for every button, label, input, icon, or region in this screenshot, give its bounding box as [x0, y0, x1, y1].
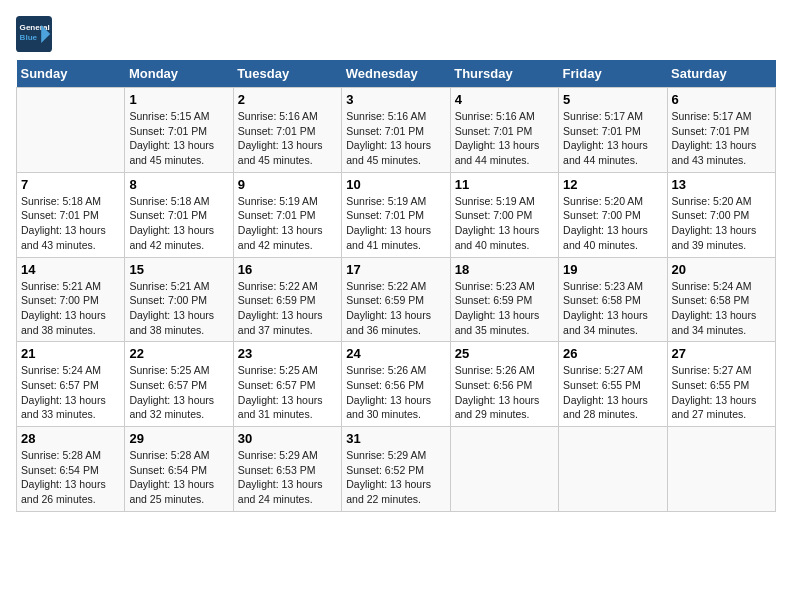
day-info: Sunrise: 5:29 AM Sunset: 6:53 PM Dayligh… — [238, 448, 337, 507]
day-number: 20 — [672, 262, 771, 277]
day-info: Sunrise: 5:20 AM Sunset: 7:00 PM Dayligh… — [672, 194, 771, 253]
day-cell: 3Sunrise: 5:16 AM Sunset: 7:01 PM Daylig… — [342, 88, 450, 173]
day-cell: 14Sunrise: 5:21 AM Sunset: 7:00 PM Dayli… — [17, 257, 125, 342]
day-info: Sunrise: 5:26 AM Sunset: 6:56 PM Dayligh… — [455, 363, 554, 422]
day-info: Sunrise: 5:15 AM Sunset: 7:01 PM Dayligh… — [129, 109, 228, 168]
day-info: Sunrise: 5:28 AM Sunset: 6:54 PM Dayligh… — [129, 448, 228, 507]
header-col-monday: Monday — [125, 60, 233, 88]
day-number: 5 — [563, 92, 662, 107]
day-cell: 9Sunrise: 5:19 AM Sunset: 7:01 PM Daylig… — [233, 172, 341, 257]
day-number: 23 — [238, 346, 337, 361]
day-cell: 6Sunrise: 5:17 AM Sunset: 7:01 PM Daylig… — [667, 88, 775, 173]
day-info: Sunrise: 5:23 AM Sunset: 6:58 PM Dayligh… — [563, 279, 662, 338]
day-cell: 12Sunrise: 5:20 AM Sunset: 7:00 PM Dayli… — [559, 172, 667, 257]
day-number: 8 — [129, 177, 228, 192]
day-number: 3 — [346, 92, 445, 107]
day-number: 22 — [129, 346, 228, 361]
week-row-3: 14Sunrise: 5:21 AM Sunset: 7:00 PM Dayli… — [17, 257, 776, 342]
header-col-friday: Friday — [559, 60, 667, 88]
day-cell: 7Sunrise: 5:18 AM Sunset: 7:01 PM Daylig… — [17, 172, 125, 257]
day-info: Sunrise: 5:17 AM Sunset: 7:01 PM Dayligh… — [563, 109, 662, 168]
logo-icon: General Blue — [16, 16, 52, 52]
day-number: 6 — [672, 92, 771, 107]
day-cell: 23Sunrise: 5:25 AM Sunset: 6:57 PM Dayli… — [233, 342, 341, 427]
day-number: 19 — [563, 262, 662, 277]
day-cell: 25Sunrise: 5:26 AM Sunset: 6:56 PM Dayli… — [450, 342, 558, 427]
day-number: 24 — [346, 346, 445, 361]
logo: General Blue — [16, 16, 56, 52]
header-col-wednesday: Wednesday — [342, 60, 450, 88]
day-cell: 29Sunrise: 5:28 AM Sunset: 6:54 PM Dayli… — [125, 427, 233, 512]
day-cell: 4Sunrise: 5:16 AM Sunset: 7:01 PM Daylig… — [450, 88, 558, 173]
day-cell: 2Sunrise: 5:16 AM Sunset: 7:01 PM Daylig… — [233, 88, 341, 173]
day-info: Sunrise: 5:23 AM Sunset: 6:59 PM Dayligh… — [455, 279, 554, 338]
day-number: 1 — [129, 92, 228, 107]
week-row-1: 1Sunrise: 5:15 AM Sunset: 7:01 PM Daylig… — [17, 88, 776, 173]
day-info: Sunrise: 5:16 AM Sunset: 7:01 PM Dayligh… — [346, 109, 445, 168]
day-info: Sunrise: 5:25 AM Sunset: 6:57 PM Dayligh… — [238, 363, 337, 422]
day-cell: 11Sunrise: 5:19 AM Sunset: 7:00 PM Dayli… — [450, 172, 558, 257]
day-info: Sunrise: 5:16 AM Sunset: 7:01 PM Dayligh… — [455, 109, 554, 168]
header-col-thursday: Thursday — [450, 60, 558, 88]
day-info: Sunrise: 5:17 AM Sunset: 7:01 PM Dayligh… — [672, 109, 771, 168]
day-cell: 26Sunrise: 5:27 AM Sunset: 6:55 PM Dayli… — [559, 342, 667, 427]
day-cell: 8Sunrise: 5:18 AM Sunset: 7:01 PM Daylig… — [125, 172, 233, 257]
day-number: 10 — [346, 177, 445, 192]
day-number: 25 — [455, 346, 554, 361]
day-number: 29 — [129, 431, 228, 446]
day-number: 4 — [455, 92, 554, 107]
day-number: 27 — [672, 346, 771, 361]
day-cell — [450, 427, 558, 512]
day-info: Sunrise: 5:24 AM Sunset: 6:57 PM Dayligh… — [21, 363, 120, 422]
day-info: Sunrise: 5:18 AM Sunset: 7:01 PM Dayligh… — [21, 194, 120, 253]
day-info: Sunrise: 5:22 AM Sunset: 6:59 PM Dayligh… — [346, 279, 445, 338]
day-cell: 19Sunrise: 5:23 AM Sunset: 6:58 PM Dayli… — [559, 257, 667, 342]
day-cell: 22Sunrise: 5:25 AM Sunset: 6:57 PM Dayli… — [125, 342, 233, 427]
day-cell: 21Sunrise: 5:24 AM Sunset: 6:57 PM Dayli… — [17, 342, 125, 427]
day-cell — [667, 427, 775, 512]
header-col-sunday: Sunday — [17, 60, 125, 88]
day-cell: 31Sunrise: 5:29 AM Sunset: 6:52 PM Dayli… — [342, 427, 450, 512]
day-cell: 5Sunrise: 5:17 AM Sunset: 7:01 PM Daylig… — [559, 88, 667, 173]
day-info: Sunrise: 5:26 AM Sunset: 6:56 PM Dayligh… — [346, 363, 445, 422]
day-info: Sunrise: 5:16 AM Sunset: 7:01 PM Dayligh… — [238, 109, 337, 168]
day-info: Sunrise: 5:20 AM Sunset: 7:00 PM Dayligh… — [563, 194, 662, 253]
day-number: 31 — [346, 431, 445, 446]
day-number: 28 — [21, 431, 120, 446]
day-cell: 30Sunrise: 5:29 AM Sunset: 6:53 PM Dayli… — [233, 427, 341, 512]
day-cell: 24Sunrise: 5:26 AM Sunset: 6:56 PM Dayli… — [342, 342, 450, 427]
day-cell: 1Sunrise: 5:15 AM Sunset: 7:01 PM Daylig… — [125, 88, 233, 173]
day-info: Sunrise: 5:19 AM Sunset: 7:01 PM Dayligh… — [238, 194, 337, 253]
day-info: Sunrise: 5:21 AM Sunset: 7:00 PM Dayligh… — [129, 279, 228, 338]
day-number: 11 — [455, 177, 554, 192]
day-info: Sunrise: 5:24 AM Sunset: 6:58 PM Dayligh… — [672, 279, 771, 338]
day-cell — [17, 88, 125, 173]
day-number: 17 — [346, 262, 445, 277]
day-cell — [559, 427, 667, 512]
calendar-table: SundayMondayTuesdayWednesdayThursdayFrid… — [16, 60, 776, 512]
week-row-5: 28Sunrise: 5:28 AM Sunset: 6:54 PM Dayli… — [17, 427, 776, 512]
day-number: 30 — [238, 431, 337, 446]
week-row-4: 21Sunrise: 5:24 AM Sunset: 6:57 PM Dayli… — [17, 342, 776, 427]
day-number: 15 — [129, 262, 228, 277]
header: General Blue — [16, 16, 776, 52]
day-info: Sunrise: 5:21 AM Sunset: 7:00 PM Dayligh… — [21, 279, 120, 338]
day-number: 12 — [563, 177, 662, 192]
day-info: Sunrise: 5:19 AM Sunset: 7:00 PM Dayligh… — [455, 194, 554, 253]
day-cell: 27Sunrise: 5:27 AM Sunset: 6:55 PM Dayli… — [667, 342, 775, 427]
day-info: Sunrise: 5:27 AM Sunset: 6:55 PM Dayligh… — [563, 363, 662, 422]
calendar-header-row: SundayMondayTuesdayWednesdayThursdayFrid… — [17, 60, 776, 88]
week-row-2: 7Sunrise: 5:18 AM Sunset: 7:01 PM Daylig… — [17, 172, 776, 257]
day-cell: 10Sunrise: 5:19 AM Sunset: 7:01 PM Dayli… — [342, 172, 450, 257]
day-number: 18 — [455, 262, 554, 277]
day-number: 26 — [563, 346, 662, 361]
day-info: Sunrise: 5:25 AM Sunset: 6:57 PM Dayligh… — [129, 363, 228, 422]
day-number: 21 — [21, 346, 120, 361]
day-info: Sunrise: 5:19 AM Sunset: 7:01 PM Dayligh… — [346, 194, 445, 253]
header-col-tuesday: Tuesday — [233, 60, 341, 88]
day-cell: 28Sunrise: 5:28 AM Sunset: 6:54 PM Dayli… — [17, 427, 125, 512]
day-number: 7 — [21, 177, 120, 192]
header-col-saturday: Saturday — [667, 60, 775, 88]
day-info: Sunrise: 5:27 AM Sunset: 6:55 PM Dayligh… — [672, 363, 771, 422]
svg-text:Blue: Blue — [20, 33, 38, 42]
